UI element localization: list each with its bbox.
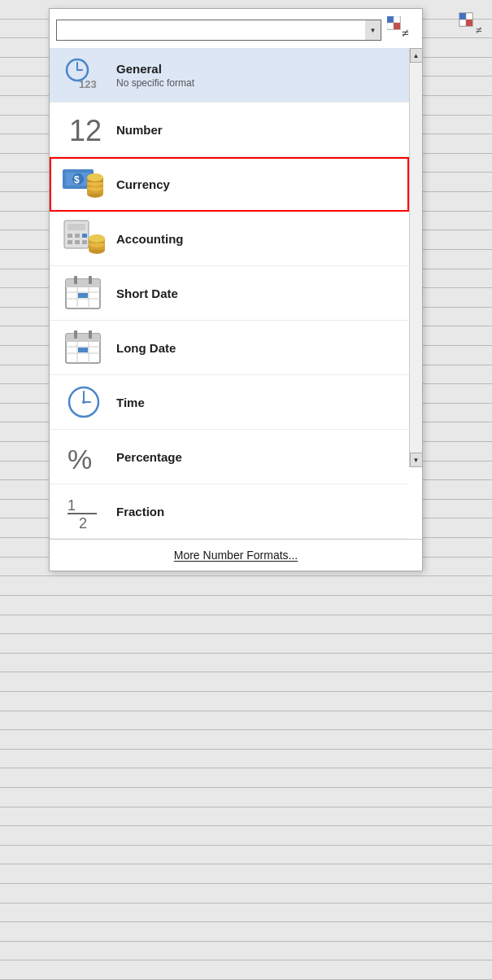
time-text: Time bbox=[116, 396, 145, 409]
svg-rect-8 bbox=[394, 16, 400, 23]
format-dropdown-arrow[interactable] bbox=[365, 20, 381, 41]
accounting-icon bbox=[61, 218, 107, 259]
svg-rect-31 bbox=[75, 234, 80, 238]
svg-text:1: 1 bbox=[67, 497, 76, 514]
general-sublabel: No specific format bbox=[116, 77, 194, 89]
svg-text:123: 123 bbox=[79, 78, 97, 90]
svg-rect-30 bbox=[67, 234, 72, 238]
format-input-wrapper bbox=[56, 20, 381, 41]
short-date-icon bbox=[61, 273, 107, 313]
accounting-text: Accounting bbox=[116, 232, 184, 246]
more-formats-link[interactable]: More Number Formats... bbox=[174, 549, 298, 562]
general-text: General No specific format bbox=[116, 62, 194, 89]
short-date-label: Short Date bbox=[116, 287, 178, 300]
svg-rect-2 bbox=[466, 13, 472, 20]
format-list-container: 123 General No specific format 12 Number bbox=[50, 48, 422, 539]
svg-text:$: $ bbox=[74, 174, 80, 186]
svg-text:2: 2 bbox=[79, 515, 87, 530]
svg-rect-59 bbox=[74, 330, 77, 339]
number-format-dropdown: ≠ 123 Ge bbox=[49, 8, 423, 571]
format-item-time[interactable]: Time bbox=[50, 375, 409, 430]
long-date-label: Long Date bbox=[116, 341, 176, 355]
svg-point-40 bbox=[89, 234, 105, 243]
svg-rect-49 bbox=[74, 276, 77, 284]
currency-icon: $ bbox=[61, 164, 107, 204]
svg-rect-29 bbox=[67, 224, 85, 230]
dropdown-top-bar: ≠ bbox=[50, 9, 422, 45]
fraction-icon: 1 2 bbox=[61, 491, 107, 532]
top-right-icon-area: ≠ bbox=[386, 15, 416, 45]
svg-rect-35 bbox=[82, 240, 87, 244]
short-date-text: Short Date bbox=[116, 287, 178, 300]
format-item-long-date[interactable]: Long Date bbox=[50, 321, 409, 375]
long-date-icon bbox=[61, 327, 107, 368]
svg-rect-9 bbox=[387, 23, 394, 29]
svg-rect-58 bbox=[78, 348, 88, 352]
number-icon: 12 bbox=[61, 109, 107, 150]
svg-rect-33 bbox=[67, 240, 72, 244]
fraction-text: Fraction bbox=[116, 505, 164, 518]
svg-rect-1 bbox=[459, 13, 466, 20]
svg-point-64 bbox=[82, 400, 85, 404]
svg-text:%: % bbox=[67, 444, 92, 475]
svg-rect-60 bbox=[89, 330, 92, 339]
format-item-percentage[interactable]: % Percentage bbox=[50, 430, 409, 484]
currency-text: Currency bbox=[116, 177, 170, 191]
time-label: Time bbox=[116, 396, 145, 409]
percentage-label: Percentage bbox=[116, 450, 182, 464]
scrollbar[interactable]: ▲ ▼ bbox=[409, 48, 422, 467]
svg-point-27 bbox=[87, 173, 103, 182]
format-item-general[interactable]: 123 General No specific format bbox=[50, 48, 409, 103]
format-item-short-date[interactable]: Short Date bbox=[50, 266, 409, 321]
format-grid-icon: ≠ bbox=[387, 16, 415, 44]
format-item-fraction[interactable]: 1 2 Fraction bbox=[50, 484, 409, 539]
currency-label: Currency bbox=[116, 177, 170, 191]
long-date-text: Long Date bbox=[116, 341, 176, 355]
svg-rect-34 bbox=[75, 240, 80, 244]
svg-rect-4 bbox=[466, 20, 472, 26]
fraction-label: Fraction bbox=[116, 505, 164, 518]
conditional-format-icon[interactable]: ≠ bbox=[458, 11, 490, 44]
number-text: Number bbox=[116, 123, 163, 137]
general-label: General bbox=[116, 62, 194, 76]
format-item-number[interactable]: 12 Number bbox=[50, 103, 409, 157]
format-input[interactable] bbox=[56, 20, 381, 41]
svg-text:≠: ≠ bbox=[476, 24, 482, 37]
format-item-accounting[interactable]: Accounting bbox=[50, 212, 409, 266]
svg-rect-3 bbox=[459, 20, 466, 26]
general-icon: 123 bbox=[61, 55, 107, 95]
time-icon bbox=[61, 382, 107, 422]
svg-rect-10 bbox=[394, 23, 400, 29]
number-label: Number bbox=[116, 123, 163, 137]
svg-rect-7 bbox=[387, 16, 394, 23]
percentage-text: Percentage bbox=[116, 450, 182, 464]
accounting-label: Accounting bbox=[116, 232, 184, 246]
svg-rect-50 bbox=[89, 276, 92, 284]
svg-rect-43 bbox=[66, 286, 100, 287]
svg-text:12: 12 bbox=[69, 114, 102, 147]
format-item-currency[interactable]: $ Currency bbox=[50, 157, 409, 212]
scroll-up-button[interactable]: ▲ bbox=[410, 48, 423, 63]
format-list: 123 General No specific format 12 Number bbox=[50, 48, 422, 539]
more-formats-footer[interactable]: More Number Formats... bbox=[50, 539, 422, 571]
svg-rect-53 bbox=[66, 340, 100, 342]
svg-rect-32 bbox=[82, 234, 87, 238]
svg-text:≠: ≠ bbox=[402, 26, 409, 40]
toolbar-icon-area: ≠ bbox=[458, 11, 490, 47]
svg-rect-48 bbox=[78, 293, 88, 298]
percentage-icon: % bbox=[61, 436, 107, 477]
scroll-down-button[interactable]: ▼ bbox=[410, 453, 423, 467]
